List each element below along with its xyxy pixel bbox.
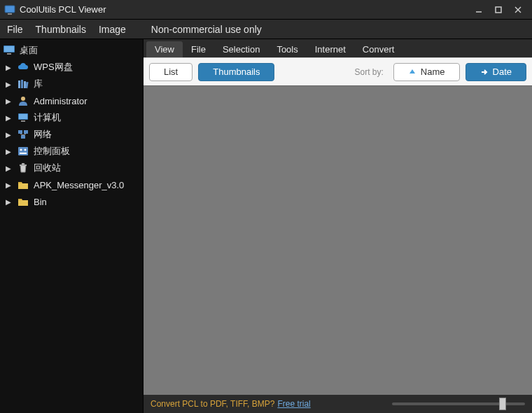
close-button[interactable] [508, 2, 528, 18]
library-icon [17, 78, 29, 90]
desktop-icon [3, 45, 15, 56]
statusbar: Convert PCL to PDF, TIFF, BMP? Free tria… [144, 395, 532, 413]
menu-file[interactable]: File [7, 24, 23, 35]
expand-icon[interactable]: ▶ [6, 64, 13, 71]
svg-rect-25 [20, 153, 27, 154]
svg-line-21 [23, 134, 26, 135]
tree-item[interactable]: ▶库 [0, 76, 143, 92]
svg-point-13 [21, 97, 25, 101]
expand-icon[interactable]: ▶ [6, 114, 13, 122]
expand-icon[interactable]: ▶ [6, 164, 13, 172]
user-icon [17, 95, 29, 106]
svg-rect-3 [496, 7, 501, 13]
tab-internet[interactable]: Internet [307, 41, 354, 57]
svg-rect-22 [18, 147, 28, 155]
window-title: CoolUtils PCL Viewer [20, 4, 469, 15]
tree-item[interactable]: ▶控制面板 [0, 143, 143, 160]
tree-item-label: 回收站 [34, 162, 61, 174]
svg-rect-18 [24, 130, 28, 134]
tab-view[interactable]: View [146, 41, 183, 57]
control-panel-icon [17, 146, 29, 157]
tree-item[interactable]: ▶WPS网盘 [0, 59, 143, 76]
expand-icon[interactable]: ▶ [6, 97, 13, 105]
license-note: Non-commercial use only [151, 24, 262, 35]
list-button-label: List [164, 66, 178, 77]
thumbnail-viewport[interactable] [144, 85, 532, 395]
sort-up-icon [408, 68, 416, 76]
tree-item-label: 网络 [34, 128, 52, 141]
tree-item[interactable]: ▶Administrator [0, 92, 143, 109]
folder-icon [17, 179, 29, 190]
list-button[interactable]: List [149, 63, 192, 81]
arrow-right-icon [480, 68, 489, 76]
svg-rect-9 [18, 80, 20, 88]
svg-rect-0 [5, 6, 15, 13]
svg-rect-7 [4, 46, 14, 52]
menubar: File Thumbnails Image Non-commercial use… [0, 20, 532, 39]
svg-rect-27 [22, 163, 24, 164]
view-toolbar: List Thumbnails Sort by: Name Date [144, 57, 532, 85]
expand-icon[interactable]: ▶ [6, 181, 13, 189]
tab-file[interactable]: File [183, 41, 214, 57]
tree-item[interactable]: ▶计算机 [0, 109, 143, 126]
svg-point-24 [24, 149, 27, 151]
status-text: Convert PCL to PDF, TIFF, BMP? [150, 399, 274, 409]
main-panel: View File Selection Tools Internet Conve… [144, 39, 532, 413]
tree-item[interactable]: ▶回收站 [0, 160, 143, 176]
computer-icon [17, 112, 29, 123]
sort-by-label: Sort by: [354, 67, 383, 77]
svg-rect-8 [7, 53, 11, 55]
tab-tools[interactable]: Tools [268, 41, 306, 57]
content-area: 桌面 ▶WPS网盘▶库▶Administrator▶计算机▶网络▶控制面板▶回收… [0, 39, 532, 413]
svg-rect-26 [20, 164, 27, 166]
svg-rect-16 [21, 120, 25, 122]
svg-rect-17 [18, 130, 22, 134]
tree-item[interactable]: ▶网络 [0, 126, 143, 143]
window-controls [469, 2, 528, 18]
svg-rect-1 [8, 13, 12, 15]
tree-item[interactable]: ▶Bin [0, 193, 143, 210]
sort-date-label: Date [493, 66, 512, 77]
svg-rect-19 [21, 135, 25, 139]
tree-root-desktop[interactable]: 桌面 [0, 42, 143, 59]
menu-thumbnails[interactable]: Thumbnails [36, 24, 86, 35]
tab-convert[interactable]: Convert [354, 41, 403, 57]
cloud-icon [17, 62, 29, 73]
tree-item-label: Bin [34, 197, 47, 207]
tree: 桌面 ▶WPS网盘▶库▶Administrator▶计算机▶网络▶控制面板▶回收… [0, 39, 143, 213]
svg-point-23 [20, 149, 22, 151]
expand-icon[interactable]: ▶ [6, 131, 13, 139]
svg-rect-28 [18, 182, 22, 183]
thumbnails-button-label: Thumbnails [213, 66, 260, 77]
tree-item[interactable]: ▶APK_Messenger_v3.0 [0, 176, 143, 193]
sort-name-label: Name [421, 66, 445, 77]
zoom-slider-wrap [392, 402, 525, 405]
minimize-button[interactable] [469, 2, 489, 18]
free-trial-link[interactable]: Free trial [277, 399, 310, 409]
tree-item-label: 控制面板 [34, 145, 70, 158]
zoom-slider[interactable] [392, 402, 525, 405]
recycle-bin-icon [17, 162, 29, 174]
expand-icon[interactable]: ▶ [6, 198, 13, 206]
expand-icon[interactable]: ▶ [6, 148, 13, 155]
app-icon [4, 4, 15, 15]
sort-name-button[interactable]: Name [393, 63, 460, 81]
folder-icon [17, 196, 29, 207]
sort-date-button[interactable]: Date [465, 63, 526, 81]
tree-item-label: 计算机 [34, 111, 61, 124]
titlebar: CoolUtils PCL Viewer [0, 0, 532, 20]
expand-icon[interactable]: ▶ [6, 80, 13, 88]
inner-tabs: View File Selection Tools Internet Conve… [144, 39, 532, 57]
svg-rect-15 [19, 114, 27, 119]
tab-selection[interactable]: Selection [214, 41, 268, 57]
svg-line-20 [20, 134, 23, 135]
svg-rect-29 [18, 199, 22, 200]
maximize-button[interactable] [489, 2, 508, 18]
thumbnails-button[interactable]: Thumbnails [198, 63, 274, 81]
tree-item-label: 库 [34, 78, 43, 90]
sidebar: 桌面 ▶WPS网盘▶库▶Administrator▶计算机▶网络▶控制面板▶回收… [0, 39, 144, 413]
tree-item-label: Administrator [34, 96, 88, 106]
svg-rect-10 [21, 80, 23, 88]
tree-item-label: WPS网盘 [34, 61, 73, 74]
menu-image[interactable]: Image [99, 24, 126, 35]
